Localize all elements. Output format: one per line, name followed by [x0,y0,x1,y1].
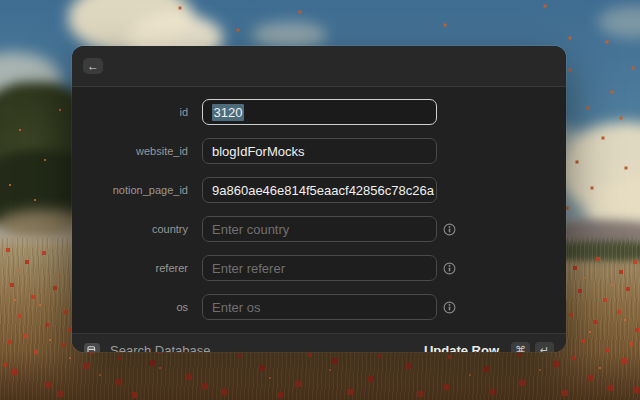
field-value: 3120 [212,104,245,121]
field-value: 9a860ae46e814f5eaacf42856c78c26a [212,183,434,198]
footer-left: Search Database [84,343,424,353]
os-input[interactable]: Enter os [202,294,437,320]
form-row-website_id: website_idblogIdForMocks [72,138,566,164]
back-button[interactable]: ← [83,58,103,74]
database-icon [84,343,100,353]
update-row-dialog: ← id3120website_idblogIdForMocksnotion_p… [72,46,566,352]
field-label: notion_page_id [72,184,188,196]
form-row-os: osEnter os [72,294,566,320]
field-placeholder: Enter country [212,222,289,237]
field-label: referer [72,262,188,274]
field-value: blogIdForMocks [212,144,304,159]
dialog-header: ← [72,46,566,87]
id-input[interactable]: 3120 [202,99,437,125]
enter-key-badge: ↵ [535,342,554,352]
field-label: country [72,223,188,235]
field-label: website_id [72,145,188,157]
info-icon[interactable] [443,301,456,314]
app-title: Search Database [110,343,210,352]
referer-input[interactable]: Enter referer [202,255,437,281]
field-label: id [72,106,188,118]
footer-right: Update Row ⌘↵ [424,342,554,352]
back-arrow-icon: ← [87,60,99,72]
field-placeholder: Enter os [212,300,260,315]
field-placeholder: Enter referer [212,261,285,276]
form-row-referer: refererEnter referer [72,255,566,281]
dialog-footer: Search Database Update Row ⌘↵ [72,333,566,352]
info-icon[interactable] [443,223,456,236]
form-row-country: countryEnter country [72,216,566,242]
website_id-input[interactable]: blogIdForMocks [202,138,437,164]
form-row-id: id3120 [72,99,566,125]
field-label: os [72,301,188,313]
form-row-notion_page_id: notion_page_id9a860ae46e814f5eaacf42856c… [72,177,566,203]
notion_page_id-input[interactable]: 9a860ae46e814f5eaacf42856c78c26a [202,177,437,203]
shortcut-keys: ⌘↵ [511,342,554,352]
update-row-form: id3120website_idblogIdForMocksnotion_pag… [72,87,566,333]
cmd-key-badge: ⌘ [511,342,530,352]
country-input[interactable]: Enter country [202,216,437,242]
update-row-button[interactable]: Update Row [424,343,499,352]
info-icon[interactable] [443,262,456,275]
